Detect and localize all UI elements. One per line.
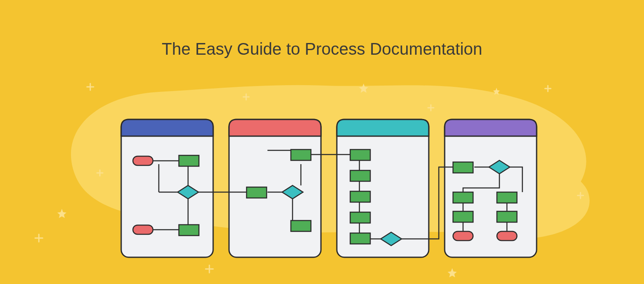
process-icon bbox=[179, 225, 199, 236]
process-icon bbox=[453, 211, 473, 222]
terminal-icon bbox=[133, 156, 153, 165]
process-icon bbox=[350, 233, 370, 244]
process-icon bbox=[247, 187, 267, 198]
process-icon bbox=[497, 211, 517, 222]
panel-header-red bbox=[229, 119, 321, 136]
svg-rect-0 bbox=[121, 119, 213, 257]
panel-2 bbox=[229, 119, 321, 257]
process-icon bbox=[350, 170, 370, 181]
process-icon bbox=[350, 191, 370, 202]
process-icon bbox=[453, 162, 473, 173]
panel-1 bbox=[121, 119, 213, 257]
process-icon bbox=[179, 155, 199, 166]
process-icon bbox=[291, 150, 311, 160]
panel-header-teal bbox=[337, 119, 429, 136]
panel-header-purple bbox=[445, 119, 537, 136]
terminal-icon bbox=[497, 231, 517, 241]
process-icon bbox=[350, 150, 370, 160]
process-icon bbox=[350, 212, 370, 223]
page-title: The Easy Guide to Process Documentation bbox=[0, 40, 644, 58]
terminal-icon bbox=[453, 231, 473, 241]
process-icon bbox=[453, 192, 473, 203]
process-icon bbox=[291, 221, 311, 231]
terminal-icon bbox=[133, 225, 153, 234]
panel-header-blue bbox=[121, 119, 213, 136]
svg-rect-1 bbox=[229, 119, 321, 257]
process-icon bbox=[497, 192, 517, 203]
